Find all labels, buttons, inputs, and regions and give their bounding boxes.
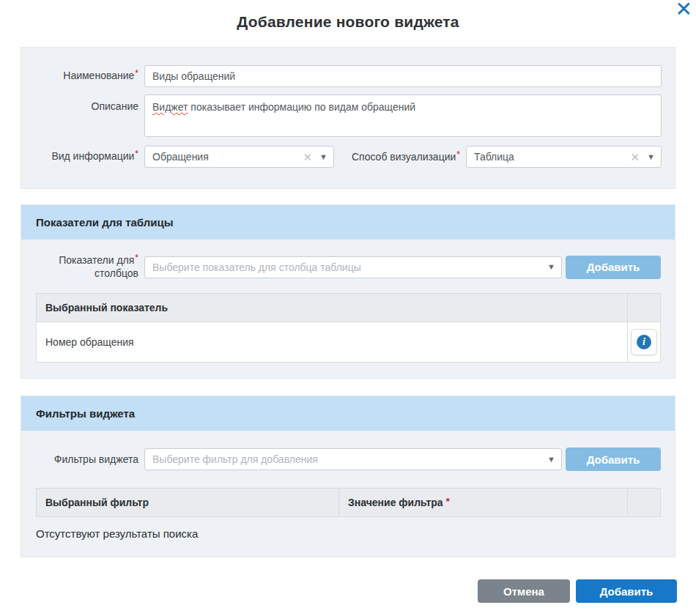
widget-filters-label-text: Фильтры виджета [54, 453, 138, 465]
column-indicators-label-line2: столбцов [95, 267, 138, 279]
indicators-add-row: Показатели для* столбцов Выберите показа… [21, 254, 675, 280]
dropdown-caret-icon[interactable]: ▼ [547, 263, 555, 271]
selects-row: Вид информации* Обращения ✕ ▼ Способ виз… [21, 146, 675, 168]
name-label-text: Наименование [63, 70, 134, 81]
general-section: Наименование* Описание Виджет показывает… [21, 47, 675, 189]
no-results-message: Отсутствуют результаты поиска [36, 527, 675, 540]
filters-section: Фильтры виджета Фильтры виджета Выберите… [21, 396, 675, 557]
table-row: Номер обращения i [37, 322, 660, 362]
required-asterisk: * [446, 496, 450, 507]
description-label: Описание [21, 94, 144, 113]
visualization-select[interactable]: Таблица ✕ ▼ [466, 146, 662, 168]
clear-icon[interactable]: ✕ [303, 152, 313, 163]
widget-filters-label: Фильтры виджета [21, 453, 144, 466]
add-filter-button[interactable]: Добавить [566, 448, 661, 471]
dropdown-caret-icon[interactable]: ▼ [647, 153, 655, 161]
column-indicators-label-line1: Показатели для [59, 254, 134, 266]
indicators-table-header: Выбранный показатель [37, 294, 627, 322]
required-asterisk: * [135, 68, 138, 78]
indicators-section-title: Показатели для таблицы [36, 216, 174, 229]
required-asterisk: * [135, 149, 138, 159]
cancel-button[interactable]: Отмена [478, 579, 570, 603]
indicator-actions-cell: i [627, 322, 660, 362]
info-type-select[interactable]: Обращения ✕ ▼ [144, 146, 334, 168]
dropdown-caret-icon[interactable]: ▼ [319, 153, 327, 161]
info-type-value: Обращения [152, 151, 303, 163]
dialog-title: Добавление нового виджета [0, 0, 696, 31]
close-icon[interactable]: ✕ [675, 0, 692, 21]
name-label: Наименование* [21, 70, 144, 83]
name-input[interactable] [144, 65, 662, 87]
dropdown-caret-icon[interactable]: ▼ [547, 456, 555, 464]
submit-button[interactable]: Добавить [576, 579, 677, 603]
required-asterisk: * [456, 149, 460, 160]
visualization-label: Способ визуализации* [334, 151, 466, 163]
description-misspelled-word: Виджет [152, 101, 188, 113]
info-type-label-text: Вид информации [51, 150, 134, 162]
indicators-section: Показатели для таблицы Показатели для* с… [21, 204, 675, 379]
required-asterisk: * [135, 253, 138, 263]
info-icon: i [637, 335, 651, 349]
filters-table-header-value: Значение фильтра* [338, 489, 627, 516]
name-row: Наименование* [21, 65, 675, 87]
description-text: показывает информацию по видам обращений [188, 101, 415, 113]
visualization-value: Таблица [474, 151, 631, 163]
filters-table: Выбранный фильтр Значение фильтра* [36, 488, 661, 517]
indicators-table: Выбранный показатель Номер обращения i [36, 293, 661, 363]
widget-filter-select[interactable]: Выберите фильтр для добавления ▼ [144, 448, 562, 470]
column-indicators-label: Показатели для* столбцов [21, 254, 144, 280]
filters-section-title: Фильтры виджета [36, 407, 135, 420]
column-indicator-placeholder: Выберите показатель для столбца таблицы [152, 261, 547, 273]
description-row: Описание Виджет показывает информацию по… [21, 94, 675, 137]
filters-table-header-row: Выбранный фильтр Значение фильтра* [37, 489, 660, 516]
clear-icon[interactable]: ✕ [631, 152, 640, 163]
widget-filter-placeholder: Выберите фильтр для добавления [152, 453, 547, 465]
description-input[interactable]: Виджет показывает информацию по видам об… [144, 94, 662, 137]
indicator-name-cell: Номер обращения [37, 322, 627, 362]
filters-table-header-filter: Выбранный фильтр [37, 489, 338, 516]
filters-value-header-text: Значение фильтра [348, 497, 443, 508]
column-indicator-select[interactable]: Выберите показатель для столбца таблицы … [144, 256, 562, 278]
visualization-label-text: Способ визуализации [352, 151, 456, 163]
indicators-section-header: Показатели для таблицы [21, 205, 675, 240]
filters-table-actions-header [627, 489, 660, 516]
add-indicator-button[interactable]: Добавить [566, 256, 661, 279]
indicators-table-header-row: Выбранный показатель [37, 294, 660, 322]
indicators-table-actions-header [627, 294, 660, 322]
info-type-label: Вид информации* [21, 150, 144, 163]
info-button[interactable]: i [631, 329, 657, 355]
description-label-text: Описание [92, 100, 138, 112]
filters-add-row: Фильтры виджета Выберите фильтр для доба… [21, 448, 675, 471]
filters-section-header: Фильтры виджета [21, 396, 675, 431]
dialog-footer: Отмена Добавить [0, 579, 696, 603]
add-widget-dialog: ✕ Добавление нового виджета Наименование… [0, 0, 696, 616]
